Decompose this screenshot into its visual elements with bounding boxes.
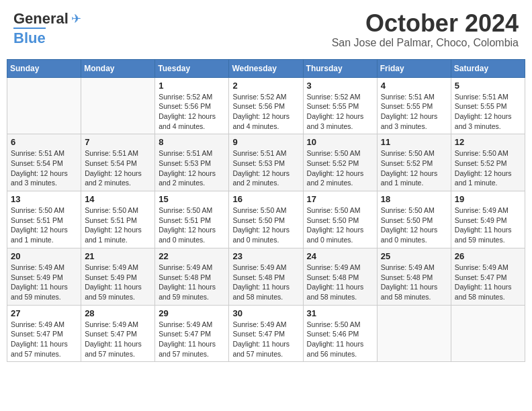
day-info: Sunrise: 5:49 AM Sunset: 5:47 PM Dayligh… — [85, 320, 151, 359]
day-info: Sunrise: 5:52 AM Sunset: 5:55 PM Dayligh… — [307, 92, 373, 132]
calendar-cell: 19Sunrise: 5:49 AM Sunset: 5:49 PM Dayli… — [451, 191, 525, 248]
day-number: 5 — [455, 81, 521, 91]
calendar-cell: 18Sunrise: 5:50 AM Sunset: 5:50 PM Dayli… — [377, 191, 451, 248]
calendar-cell: 3Sunrise: 5:52 AM Sunset: 5:55 PM Daylig… — [303, 77, 377, 134]
day-number: 23 — [232, 251, 299, 261]
calendar-cell — [451, 305, 525, 362]
day-number: 14 — [85, 194, 151, 204]
day-number: 9 — [232, 137, 299, 147]
day-info: Sunrise: 5:49 AM Sunset: 5:47 PM Dayligh… — [232, 320, 299, 359]
day-info: Sunrise: 5:51 AM Sunset: 5:55 PM Dayligh… — [455, 92, 521, 132]
calendar-cell: 29Sunrise: 5:49 AM Sunset: 5:47 PM Dayli… — [155, 305, 229, 362]
day-info: Sunrise: 5:49 AM Sunset: 5:49 PM Dayligh… — [455, 205, 521, 245]
header-sunday: Sunday — [7, 59, 81, 77]
day-info: Sunrise: 5:52 AM Sunset: 5:56 PM Dayligh… — [159, 92, 225, 132]
day-info: Sunrise: 5:49 AM Sunset: 5:47 PM Dayligh… — [11, 320, 77, 359]
day-number: 28 — [85, 308, 151, 318]
logo: General ✈ Blue — [13, 10, 81, 47]
day-info: Sunrise: 5:51 AM Sunset: 5:54 PM Dayligh… — [85, 148, 151, 188]
calendar-cell: 26Sunrise: 5:49 AM Sunset: 5:47 PM Dayli… — [451, 248, 525, 305]
day-info: Sunrise: 5:51 AM Sunset: 5:53 PM Dayligh… — [159, 148, 225, 188]
calendar-week-4: 20Sunrise: 5:49 AM Sunset: 5:49 PM Dayli… — [7, 248, 525, 305]
day-info: Sunrise: 5:51 AM Sunset: 5:55 PM Dayligh… — [381, 92, 447, 132]
title-area: October 2024 San Jose del Palmar, Choco,… — [332, 10, 519, 49]
calendar-cell: 2Sunrise: 5:52 AM Sunset: 5:56 PM Daylig… — [229, 77, 303, 134]
day-number: 15 — [159, 194, 225, 204]
header-monday: Monday — [81, 59, 155, 77]
day-info: Sunrise: 5:50 AM Sunset: 5:50 PM Dayligh… — [381, 205, 447, 245]
day-info: Sunrise: 5:50 AM Sunset: 5:50 PM Dayligh… — [232, 205, 299, 245]
day-info: Sunrise: 5:49 AM Sunset: 5:48 PM Dayligh… — [307, 263, 373, 302]
calendar-cell: 13Sunrise: 5:50 AM Sunset: 5:51 PM Dayli… — [7, 191, 81, 248]
day-info: Sunrise: 5:50 AM Sunset: 5:51 PM Dayligh… — [85, 205, 151, 245]
logo-text-blue: Blue — [13, 28, 46, 47]
day-number: 13 — [11, 194, 77, 204]
day-info: Sunrise: 5:49 AM Sunset: 5:49 PM Dayligh… — [85, 263, 151, 302]
day-info: Sunrise: 5:52 AM Sunset: 5:56 PM Dayligh… — [232, 92, 299, 132]
calendar-cell: 14Sunrise: 5:50 AM Sunset: 5:51 PM Dayli… — [81, 191, 155, 248]
day-info: Sunrise: 5:50 AM Sunset: 5:52 PM Dayligh… — [381, 148, 447, 188]
header-saturday: Saturday — [451, 59, 525, 77]
calendar-cell — [81, 77, 155, 134]
page-header: General ✈ Blue October 2024 San Jose del… — [7, 7, 525, 52]
day-info: Sunrise: 5:50 AM Sunset: 5:50 PM Dayligh… — [307, 205, 373, 245]
header-thursday: Thursday — [303, 59, 377, 77]
calendar-cell: 21Sunrise: 5:49 AM Sunset: 5:49 PM Dayli… — [81, 248, 155, 305]
day-number: 25 — [381, 251, 447, 261]
day-info: Sunrise: 5:49 AM Sunset: 5:49 PM Dayligh… — [11, 263, 77, 302]
day-info: Sunrise: 5:50 AM Sunset: 5:46 PM Dayligh… — [307, 320, 373, 359]
day-number: 16 — [232, 194, 299, 204]
calendar-cell: 17Sunrise: 5:50 AM Sunset: 5:50 PM Dayli… — [303, 191, 377, 248]
header-wednesday: Wednesday — [229, 59, 303, 77]
calendar-week-5: 27Sunrise: 5:49 AM Sunset: 5:47 PM Dayli… — [7, 305, 525, 362]
day-number: 29 — [159, 308, 225, 318]
day-number: 2 — [232, 81, 299, 91]
day-info: Sunrise: 5:50 AM Sunset: 5:52 PM Dayligh… — [307, 148, 373, 188]
day-number: 6 — [11, 137, 77, 147]
calendar-cell: 24Sunrise: 5:49 AM Sunset: 5:48 PM Dayli… — [303, 248, 377, 305]
calendar-cell: 15Sunrise: 5:50 AM Sunset: 5:51 PM Dayli… — [155, 191, 229, 248]
day-number: 27 — [11, 308, 77, 318]
day-number: 7 — [85, 137, 151, 147]
day-info: Sunrise: 5:50 AM Sunset: 5:51 PM Dayligh… — [159, 205, 225, 245]
location-subtitle: San Jose del Palmar, Choco, Colombia — [332, 37, 519, 49]
logo-text-general: General — [13, 10, 69, 28]
calendar-cell: 9Sunrise: 5:51 AM Sunset: 5:53 PM Daylig… — [229, 134, 303, 191]
calendar-cell: 23Sunrise: 5:49 AM Sunset: 5:48 PM Dayli… — [229, 248, 303, 305]
day-number: 8 — [159, 137, 225, 147]
day-number: 19 — [455, 194, 521, 204]
day-number: 10 — [307, 137, 373, 147]
day-info: Sunrise: 5:50 AM Sunset: 5:52 PM Dayligh… — [455, 148, 521, 188]
calendar-cell — [7, 77, 81, 134]
day-info: Sunrise: 5:49 AM Sunset: 5:48 PM Dayligh… — [381, 263, 447, 302]
day-number: 12 — [455, 137, 521, 147]
day-number: 3 — [307, 81, 373, 91]
calendar-header-row: SundayMondayTuesdayWednesdayThursdayFrid… — [7, 59, 525, 77]
calendar-cell: 22Sunrise: 5:49 AM Sunset: 5:48 PM Dayli… — [155, 248, 229, 305]
day-number: 30 — [232, 308, 299, 318]
calendar-cell: 25Sunrise: 5:49 AM Sunset: 5:48 PM Dayli… — [377, 248, 451, 305]
calendar-cell: 4Sunrise: 5:51 AM Sunset: 5:55 PM Daylig… — [377, 77, 451, 134]
day-number: 1 — [159, 81, 225, 91]
calendar-cell: 12Sunrise: 5:50 AM Sunset: 5:52 PM Dayli… — [451, 134, 525, 191]
calendar-week-1: 1Sunrise: 5:52 AM Sunset: 5:56 PM Daylig… — [7, 77, 525, 134]
calendar-cell: 30Sunrise: 5:49 AM Sunset: 5:47 PM Dayli… — [229, 305, 303, 362]
day-info: Sunrise: 5:51 AM Sunset: 5:53 PM Dayligh… — [232, 148, 299, 188]
header-tuesday: Tuesday — [155, 59, 229, 77]
calendar-cell: 27Sunrise: 5:49 AM Sunset: 5:47 PM Dayli… — [7, 305, 81, 362]
day-number: 22 — [159, 251, 225, 261]
logo-bird-icon: ✈ — [71, 11, 81, 26]
day-info: Sunrise: 5:49 AM Sunset: 5:47 PM Dayligh… — [159, 320, 225, 359]
day-number: 11 — [381, 137, 447, 147]
day-number: 18 — [381, 194, 447, 204]
day-number: 4 — [381, 81, 447, 91]
calendar-cell: 8Sunrise: 5:51 AM Sunset: 5:53 PM Daylig… — [155, 134, 229, 191]
calendar-cell: 1Sunrise: 5:52 AM Sunset: 5:56 PM Daylig… — [155, 77, 229, 134]
month-title: October 2024 — [332, 10, 519, 37]
calendar-cell: 5Sunrise: 5:51 AM Sunset: 5:55 PM Daylig… — [451, 77, 525, 134]
calendar-cell: 16Sunrise: 5:50 AM Sunset: 5:50 PM Dayli… — [229, 191, 303, 248]
day-info: Sunrise: 5:51 AM Sunset: 5:54 PM Dayligh… — [11, 148, 77, 188]
day-number: 21 — [85, 251, 151, 261]
calendar-table: SundayMondayTuesdayWednesdayThursdayFrid… — [7, 59, 525, 363]
day-number: 20 — [11, 251, 77, 261]
